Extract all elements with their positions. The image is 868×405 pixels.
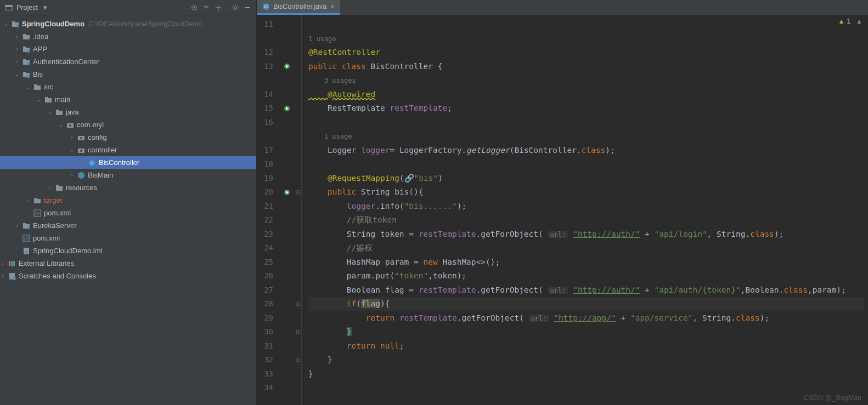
svg-rect-37 [56, 185, 59, 187]
tree-item-com-eryi[interactable]: ⌄com.eryi [0, 118, 256, 131]
expand-arrow-icon[interactable]: › [25, 197, 31, 203]
expand-arrow-icon[interactable]: ⌄ [69, 147, 75, 153]
svg-rect-8 [16, 25, 19, 27]
expand-arrow-icon[interactable]: › [69, 172, 75, 178]
tree-item-label: pom.xml [44, 209, 71, 217]
dropdown-icon[interactable]: ▾ [41, 3, 50, 12]
tree-item-label: java [66, 108, 79, 116]
expand-arrow-icon[interactable]: › [14, 59, 20, 65]
expand-icon[interactable] [214, 3, 223, 12]
maven-icon: m [33, 209, 42, 218]
fold-gutter[interactable]: ⊟⊟⊟⊟ [294, 15, 302, 405]
project-view-icon[interactable] [4, 3, 13, 12]
tree-item-src[interactable]: ⌄src [0, 81, 256, 93]
tree-item-label: SpringCloudDemo [22, 20, 84, 28]
tree-item-java[interactable]: ⌄java [0, 106, 256, 118]
tree-item-config[interactable]: ›config [0, 131, 256, 144]
expand-arrow-icon[interactable]: › [14, 33, 20, 39]
folder-icon [33, 83, 42, 92]
expand-arrow-icon[interactable]: ⌄ [36, 96, 42, 102]
expand-arrow-icon[interactable]: › [47, 185, 53, 191]
collapse-icon[interactable] [202, 3, 211, 12]
tree-item-target[interactable]: ›target [0, 194, 256, 207]
tab-bar: C BisController.java ✕ [257, 0, 868, 15]
code-editor[interactable]: 1112131415161718192021222324252627282930… [257, 15, 868, 405]
gutter-icons [280, 15, 294, 405]
expand-arrow-icon[interactable]: ⌄ [25, 84, 31, 90]
svg-rect-1 [5, 5, 12, 7]
tree-item-label: External Libraries [19, 259, 74, 267]
class-run-icon [77, 171, 86, 180]
tree-item-label: APP [33, 45, 47, 53]
tree-item-springclouddemo-iml[interactable]: SpringCloudDemo.iml [0, 244, 256, 257]
tree-item-external-libraries[interactable]: ›External Libraries [0, 257, 256, 270]
svg-point-27 [69, 124, 71, 127]
project-title[interactable]: Project [16, 4, 38, 12]
expand-arrow-icon[interactable]: › [14, 223, 20, 229]
project-tree[interactable]: ⌄SpringCloudDemoC:\IDEAWorkSpace\SpringC… [0, 15, 256, 405]
svg-text:m: m [35, 210, 40, 216]
svg-point-53 [13, 277, 16, 280]
tree-root[interactable]: ⌄SpringCloudDemoC:\IDEAWorkSpace\SpringC… [0, 18, 256, 30]
package-icon [77, 146, 86, 155]
tree-item-main[interactable]: ⌄main [0, 93, 256, 106]
package-icon [66, 121, 75, 129]
module-icon [22, 70, 31, 79]
tab-biscontroller[interactable]: C BisController.java ✕ [257, 0, 340, 15]
svg-point-31 [80, 150, 82, 152]
tree-item-app[interactable]: ›APP [0, 43, 256, 55]
svg-rect-43 [23, 223, 26, 225]
package-icon [77, 133, 86, 142]
tree-item-label: .idea [33, 32, 48, 41]
tree-item-bis[interactable]: ⌄Bis [0, 68, 256, 81]
svg-rect-22 [45, 98, 52, 102]
tree-item-authenticationcenter[interactable]: ›AuthenticationCenter [0, 55, 256, 68]
svg-rect-51 [13, 261, 15, 266]
svg-rect-10 [23, 34, 26, 36]
svg-rect-38 [34, 199, 41, 203]
svg-point-3 [193, 7, 195, 8]
settings-icon[interactable] [231, 3, 240, 12]
expand-arrow-icon[interactable]: › [14, 46, 20, 52]
svg-rect-39 [34, 198, 37, 199]
close-icon[interactable]: ✕ [330, 3, 335, 10]
tree-item-bismain[interactable]: ›BisMain [0, 169, 256, 181]
expand-arrow-icon[interactable]: › [80, 159, 86, 166]
tree-item-label: com.eryi [77, 121, 104, 129]
svg-rect-24 [56, 111, 63, 115]
editor-area: C BisController.java ✕ ▲ 1 ▲ 11121314151… [257, 0, 868, 405]
tree-item-label: pom.xml [33, 234, 60, 242]
tree-item-label: Scratches and Consoles [19, 272, 96, 280]
java-class-icon: C [262, 3, 270, 10]
svg-rect-18 [23, 72, 26, 73]
svg-rect-48 [25, 251, 28, 253]
tree-item-label: Bis [33, 70, 43, 78]
watermark: CSDN @_BugMan [804, 394, 861, 402]
expand-arrow-icon[interactable]: ⌄ [47, 109, 53, 115]
svg-rect-15 [23, 59, 26, 61]
module-icon [11, 20, 20, 28]
tree-item-biscontroller[interactable]: ›CBisController [0, 156, 256, 169]
expand-arrow-icon[interactable]: ⌄ [14, 71, 20, 77]
tree-item-controller[interactable]: ⌄controller [0, 144, 256, 156]
tree-item-scratches-and-consoles[interactable]: ›Scratches and Consoles [0, 270, 256, 282]
tree-item-label: target [44, 196, 62, 204]
tree-item--idea[interactable]: ›.idea [0, 30, 256, 43]
tree-item-pom-xml[interactable]: mpom.xml [0, 207, 256, 219]
expand-arrow-icon[interactable]: › [69, 134, 75, 140]
tree-item-label: AuthenticationCenter [33, 58, 99, 66]
module-icon [22, 221, 31, 230]
tab-label: BisController.java [273, 3, 326, 10]
target-icon[interactable] [190, 3, 199, 12]
tree-item-label: resources [66, 184, 97, 192]
tree-root-path: C:\IDEAWorkSpace\SpringCloudDemo [89, 20, 202, 28]
tree-item-pom-xml[interactable]: mpom.xml [0, 232, 256, 244]
minimize-icon[interactable] [243, 3, 252, 12]
tree-item-resources[interactable]: ›resources [0, 181, 256, 194]
svg-text:m: m [24, 236, 29, 242]
iml-icon [22, 247, 31, 255]
expand-arrow-icon[interactable]: ⌄ [58, 122, 64, 128]
tree-item-eurekaserver[interactable]: ›EurekaServer [0, 219, 256, 232]
code-content[interactable]: 1 usage@RestControllerpublic class BisCo… [302, 15, 868, 405]
svg-rect-13 [27, 50, 30, 53]
